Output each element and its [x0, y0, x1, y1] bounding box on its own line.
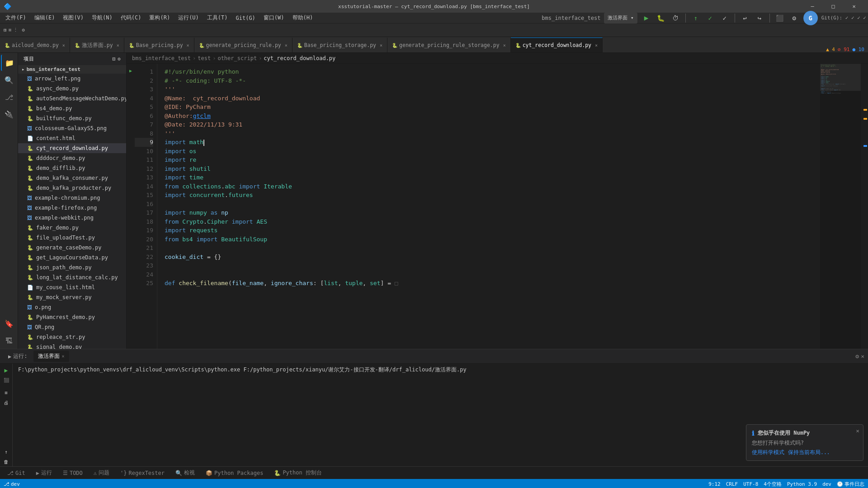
sidebar-icon-bookmark[interactable]: 🔖 [1, 315, 17, 332]
tab-cyt-record[interactable]: 🐍 cyt_record_download.py × [511, 38, 603, 52]
menu-window[interactable]: 窗口(W) [260, 13, 288, 23]
file-o-png[interactable]: 🖼 o.png [18, 302, 126, 312]
file-ddddocr[interactable]: 🐍 ddddocr_demo.py [18, 153, 126, 163]
file-faker-demo[interactable]: 🐍 faker_demo.py [18, 223, 126, 233]
file-demo-kafka-producter[interactable]: 🐍 demo_kafka_producter.py [18, 183, 126, 193]
undo-btn[interactable]: ↩ [740, 13, 750, 23]
tab-gen-storage[interactable]: 🐍 generate_pricing_rule_storage.py × [387, 38, 511, 52]
file-arrow-left[interactable]: 🖼 arrow_left.png [18, 74, 126, 84]
redo-btn[interactable]: ↪ [754, 13, 765, 23]
tab-aicloud[interactable]: 🐍 aicloud_demo.py × [0, 38, 70, 52]
breadcrumb-file[interactable]: cyt_record_download.py [264, 55, 335, 61]
file-demo-difflib[interactable]: 🐍 demo_difflib.py [18, 163, 126, 173]
settings-btn[interactable]: ⚙ [789, 13, 800, 23]
menu-navigate[interactable]: 导航(N) [88, 13, 116, 23]
run-tab-jihuojie[interactable]: 激活界面 × [33, 351, 69, 362]
bottom-tab-packages[interactable]: 📦 Python Packages [202, 469, 267, 478]
run-config-btn[interactable]: 激活界面 ▾ [604, 13, 637, 23]
run-stop-btn[interactable]: ⬛ [2, 375, 11, 385]
run-scroll-btn[interactable]: ≡ [2, 388, 11, 397]
sidebar-icon-plugins[interactable]: 🔌 [1, 106, 17, 122]
sidebar-icon-search[interactable]: 🔍 [1, 72, 17, 88]
file-builtfunc[interactable]: 🐍 builtfunc_demo.py [18, 113, 126, 123]
file-demo-kafka-consumer[interactable]: 🐍 demo_kafka_consumer.py [18, 173, 126, 183]
panel-close-icon[interactable]: × [861, 353, 864, 360]
file-content-html[interactable]: 📄 content.html [18, 133, 126, 143]
bottom-tab-inspect[interactable]: 🔍 检视 [172, 468, 198, 478]
line-col-status[interactable]: 9:12 [708, 481, 721, 487]
tab-close-base-storage[interactable]: × [380, 43, 382, 48]
notif-link-scientific[interactable]: 使用科学模式 [752, 449, 784, 456]
user-avatar[interactable]: G [803, 11, 818, 25]
file-generate-case[interactable]: 🐍 generate_caseDemo.py [18, 243, 126, 253]
file-cyt-record[interactable]: 🐍 cyt_record_download.py [18, 143, 126, 153]
tab-close-cyt-record[interactable]: × [595, 43, 598, 48]
run-resume-btn[interactable]: ▶ [2, 366, 11, 375]
menu-file[interactable]: 文件(F) [2, 13, 30, 23]
git-push-btn[interactable]: ✓ [705, 13, 716, 23]
git-update-btn[interactable]: ↑ [690, 13, 701, 23]
run-tab-run[interactable]: ▶ 运行: [4, 351, 32, 362]
sidebar-icon-git[interactable]: ⎇ [1, 89, 17, 105]
sidebar-icon-structure[interactable]: 🏗 [1, 333, 17, 349]
stop-btn[interactable]: ⬛ [774, 13, 785, 23]
file-auto-send[interactable]: 🐍 autoSendMessageWechatDemo.py [18, 94, 126, 103]
sidebar-icon-explorer[interactable]: 📁 [1, 55, 17, 71]
file-colosseum[interactable]: 🖼 colosseum-GalaxyS5.png [18, 123, 126, 133]
bottom-tab-issues[interactable]: ⚠ 问题 [90, 468, 113, 478]
explorer-settings-icon[interactable]: ⚙ [118, 56, 121, 62]
env-status[interactable]: dev [822, 481, 831, 487]
indent-status[interactable]: 4个空格 [764, 481, 782, 488]
explorer-collapse-icon[interactable]: ⊟ [113, 56, 116, 62]
code-editor[interactable]: #!/usr/bin/env python # -*- coding: UTF-… [157, 64, 820, 349]
file-qr[interactable]: 🖼 QR.png [18, 322, 126, 332]
tab-close-aicloud[interactable]: × [62, 43, 65, 48]
git-branch-status[interactable]: ⎇ dev [4, 481, 20, 487]
bottom-tab-git[interactable]: ⎇ Git [4, 469, 29, 478]
tab-base-pricing[interactable]: 🐍 Base_pricing.py × [124, 38, 194, 52]
run-print-btn[interactable]: 🖨 [2, 398, 11, 407]
menu-edit[interactable]: 编辑(E) [31, 13, 59, 23]
debug-btn[interactable]: 🐛 [656, 13, 666, 23]
file-bs4-demo[interactable]: 🐍 bs4_demo.py [18, 103, 126, 113]
file-file-upload[interactable]: 🐍 file_uploadTest.py [18, 233, 126, 243]
menu-refactor[interactable]: 重构(R) [146, 13, 174, 23]
menu-git[interactable]: Git(G) [232, 14, 259, 22]
run-tab-close[interactable]: × [61, 354, 64, 359]
run-down-btn[interactable]: 🗑 [2, 457, 11, 466]
section-header-bms[interactable]: ▸ bms_interface_test [18, 65, 126, 74]
tab-close-base-pricing[interactable]: × [187, 43, 189, 48]
file-repleace-str[interactable]: 🐍 repleace_str.py [18, 332, 126, 342]
run-btn[interactable]: ▶ [641, 13, 652, 23]
bottom-tab-console[interactable]: 🐍 Python 控制台 [270, 468, 326, 478]
panel-settings-icon[interactable]: ⚙ [855, 353, 859, 360]
run-up-btn[interactable]: ↑ [2, 447, 11, 456]
bottom-tab-regex[interactable]: '} RegexTester [117, 469, 168, 478]
breadcrumb-folder1[interactable]: test [198, 55, 211, 61]
python-version-status[interactable]: Python 3.9 [787, 481, 817, 487]
menu-help[interactable]: 帮助(H) [289, 13, 317, 23]
file-example-webkit[interactable]: 🖼 example-webkit.png [18, 213, 126, 223]
file-get-lagou[interactable]: 🐍 get_LagouCourseData.py [18, 253, 126, 263]
git-commit-btn[interactable]: ✓ [719, 13, 730, 23]
notif-link-keep[interactable]: 保持当前布局... [788, 449, 830, 456]
tab-gen-pricing[interactable]: 🐍 generate_pricing_rule.py × [194, 38, 292, 52]
file-my-mock[interactable]: 🐍 my_mock_server.py [18, 292, 126, 302]
breadcrumb-folder2[interactable]: other_script [217, 55, 257, 61]
tab-close-jihuojie[interactable]: × [117, 43, 119, 48]
tab-close-gen-pricing[interactable]: × [285, 43, 288, 48]
save-date-btn[interactable]: 🕐 事件日志 [837, 481, 864, 488]
file-example-chromium[interactable]: 🖼 example-chromium.png [18, 193, 126, 203]
tab-jihuojie[interactable]: 🐍 激活界面.py × [70, 38, 124, 52]
crlf-status[interactable]: CRLF [726, 481, 738, 487]
menu-code[interactable]: 代码(C) [117, 13, 145, 23]
tab-base-storage[interactable]: 🐍 Base_pricing_storage.py × [292, 38, 387, 52]
menu-view[interactable]: 视图(V) [59, 13, 87, 23]
bottom-tab-run[interactable]: ▶ 运行 [33, 468, 56, 478]
charset-status[interactable]: UTF-8 [743, 481, 758, 487]
file-example-firefox[interactable]: 🖼 example-firefox.png [18, 203, 126, 213]
file-my-couse[interactable]: 📄 my_couse_list.html [18, 282, 126, 292]
menu-tools[interactable]: 工具(T) [203, 13, 231, 23]
file-long-lat[interactable]: 🐍 long_lat_distance_calc.py [18, 272, 126, 282]
tab-close-gen-storage[interactable]: × [503, 43, 506, 48]
